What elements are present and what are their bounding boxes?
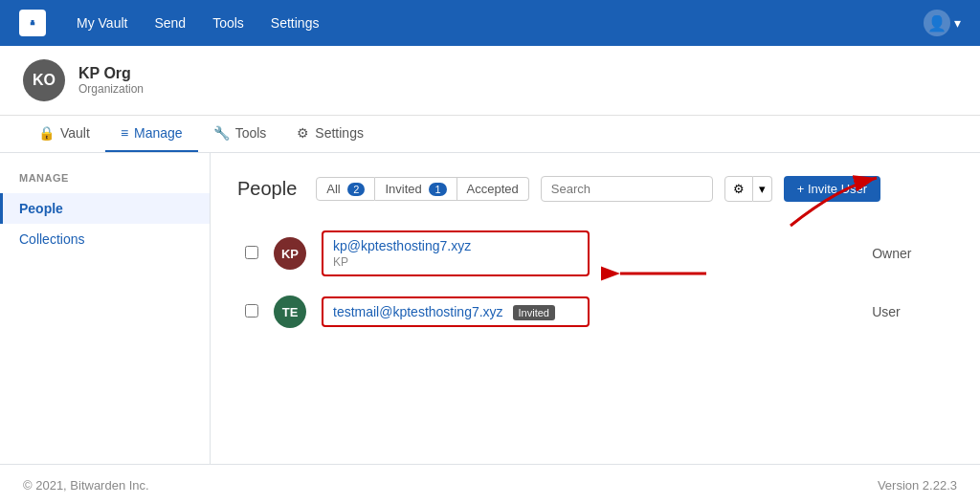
main-tabs: 🔒 Vault ≡ Manage 🔧 Tools ⚙ Settings xyxy=(0,116,980,153)
footer: © 2021, Bitwarden Inc. Version 2.22.3 xyxy=(0,464,980,504)
org-header: KO KP Org Organization xyxy=(0,46,980,116)
table-row: KP kp@kptesthosting7.xyz KP Owner xyxy=(237,221,953,286)
sidebar-item-collections[interactable]: Collections xyxy=(0,224,210,254)
row1-checkbox[interactable] xyxy=(245,246,258,259)
tab-manage-label: Manage xyxy=(134,125,183,141)
filter-all-count: 2 xyxy=(347,183,365,196)
gear-dropdown-button[interactable]: ▾ xyxy=(753,176,772,202)
page-title: People xyxy=(237,178,297,200)
nav-settings[interactable]: Settings xyxy=(259,10,331,36)
tab-vault-label: Vault xyxy=(60,125,90,141)
person-avatar-kp: KP xyxy=(274,237,306,270)
nav-links: My Vault Send Tools Settings xyxy=(65,10,924,36)
footer-version: Version 2.22.3 xyxy=(878,478,957,493)
tools-icon: 🔧 xyxy=(213,125,230,141)
person-name-1: KP xyxy=(333,255,578,269)
nav-my-vault[interactable]: My Vault xyxy=(65,10,139,36)
manage-icon: ≡ xyxy=(121,125,128,141)
person-email-2: testmail@kptesthosting7.xyz xyxy=(333,304,503,319)
filter-accepted[interactable]: Accepted xyxy=(457,177,529,201)
invited-badge: Invited xyxy=(513,305,555,320)
filter-all-label: All xyxy=(326,182,340,196)
nav-send[interactable]: Send xyxy=(143,10,197,36)
top-navigation: My Vault Send Tools Settings 👤 ▾ xyxy=(0,0,980,46)
person-role-2: User xyxy=(864,286,934,338)
gear-button[interactable]: ⚙ xyxy=(724,176,753,202)
row2-checkbox[interactable] xyxy=(245,304,258,318)
main-content: People All 2 Invited 1 Accepted xyxy=(211,153,980,464)
content-area: MANAGE People Collections People All 2 I… xyxy=(0,153,980,464)
tab-tools[interactable]: 🔧 Tools xyxy=(198,116,282,152)
gear-group: ⚙ ▾ xyxy=(724,176,772,202)
search-input[interactable] xyxy=(541,176,713,202)
sidebar: MANAGE People Collections xyxy=(0,153,211,464)
chevron-down-icon: ▾ xyxy=(759,182,766,196)
person-email-1: kp@kptesthosting7.xyz xyxy=(333,238,578,253)
tab-tools-label: Tools xyxy=(235,125,267,141)
settings-icon: ⚙ xyxy=(297,125,309,141)
tab-settings[interactable]: ⚙ Settings xyxy=(281,116,379,152)
tab-vault[interactable]: 🔒 Vault xyxy=(23,116,105,152)
user-dropdown-arrow: ▾ xyxy=(954,15,961,31)
footer-copyright: © 2021, Bitwarden Inc. xyxy=(23,478,149,493)
people-table: KP kp@kptesthosting7.xyz KP Owner xyxy=(237,221,953,338)
filter-invited[interactable]: Invited 1 xyxy=(375,177,457,201)
filter-invited-label: Invited xyxy=(385,182,421,196)
people-header: People All 2 Invited 1 Accepted xyxy=(237,176,953,202)
sidebar-title: MANAGE xyxy=(0,172,210,193)
person-avatar-te: TE xyxy=(274,296,306,328)
org-type: Organization xyxy=(78,82,144,96)
people-table-container: KP kp@kptesthosting7.xyz KP Owner xyxy=(237,221,953,338)
gear-icon: ⚙ xyxy=(733,182,745,196)
sidebar-item-people[interactable]: People xyxy=(0,193,210,224)
nav-tools[interactable]: Tools xyxy=(201,10,256,36)
table-row: TE testmail@kptesthosting7.xyz Invited U… xyxy=(237,286,953,338)
org-avatar: KO xyxy=(23,59,65,101)
tab-manage[interactable]: ≡ Manage xyxy=(105,116,198,152)
person-role-1: Owner xyxy=(864,221,934,286)
bitwarden-logo xyxy=(19,10,46,36)
tab-settings-label: Settings xyxy=(315,125,364,141)
user-avatar-circle: 👤 xyxy=(924,10,950,36)
filter-buttons: All 2 Invited 1 Accepted xyxy=(316,177,528,201)
filter-accepted-label: Accepted xyxy=(467,182,519,196)
invite-user-button[interactable]: + Invite User xyxy=(784,176,880,202)
org-info: KP Org Organization xyxy=(78,65,144,96)
filter-invited-count: 1 xyxy=(429,183,446,196)
lock-icon: 🔒 xyxy=(38,125,55,141)
filter-all[interactable]: All 2 xyxy=(316,177,375,201)
org-name: KP Org xyxy=(78,65,144,82)
user-menu[interactable]: 👤 ▾ xyxy=(924,10,961,36)
